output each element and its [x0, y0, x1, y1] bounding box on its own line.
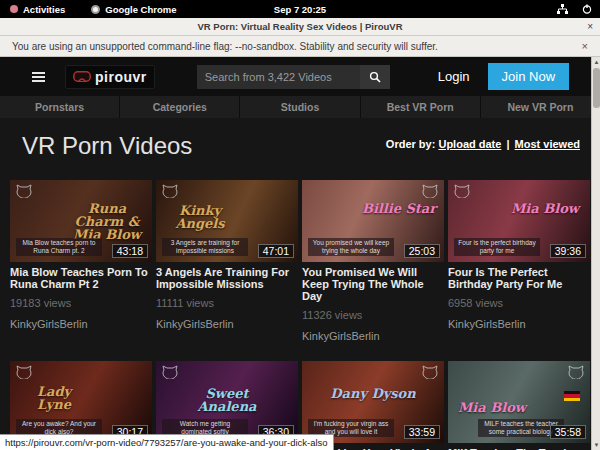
thumbnail-caption: 3 Angels are training for impossible mis… [162, 238, 248, 256]
vr-goggles-icon [73, 71, 91, 82]
video-thumbnail[interactable]: Sweet Analena Watch me getting dominated… [156, 361, 298, 443]
studio-link[interactable]: KinkyGirlsBerlin [156, 318, 298, 330]
video-card[interactable]: Mia Blow Four is the perfect birthday pa… [448, 180, 590, 342]
thumbnail-overlay-text: Runa Charm & Mia Blow [68, 202, 146, 241]
page-scrollbar[interactable]: ▲ ▼ [591, 57, 600, 450]
studio-link[interactable]: KinkyGirlsBerlin [448, 318, 590, 330]
page-header: VR Porn Videos Order by: Upload date | M… [0, 118, 600, 178]
duration-badge: 25:03 [404, 244, 440, 258]
scrollbar-thumb[interactable] [593, 68, 600, 108]
window-close-button[interactable]: × [587, 21, 593, 32]
thumbnail-overlay-text: Sweet Analena [182, 387, 272, 413]
network-icon [557, 4, 568, 14]
order-by-most-viewed-link[interactable]: Most viewed [515, 138, 580, 150]
window-titlebar: VR Porn: Virtual Reality Sex Videos | Pi… [0, 18, 600, 36]
thumbnail-overlay-text: Billie Star [360, 202, 438, 215]
power-icon[interactable] [582, 4, 592, 14]
nav-item-best-vr-porn[interactable]: Best VR Porn [361, 96, 481, 118]
clock[interactable]: Sep 7 20:25 [0, 4, 600, 15]
studio-link[interactable]: KinkyGirlsBerlin [302, 330, 444, 342]
duration-badge: 47:01 [258, 244, 294, 258]
duration-badge: 43:18 [112, 244, 148, 258]
video-title[interactable]: Mia Blow Teaches Porn To Runa Charm Pt 2 [10, 266, 152, 290]
search-button[interactable] [360, 65, 390, 89]
thumbnail-overlay-text: Mia Blow [456, 401, 528, 414]
video-card[interactable]: Billie Star You promised we will keep tr… [302, 180, 444, 342]
nav-item-pornstars[interactable]: Pornstars [0, 96, 120, 118]
video-thumbnail[interactable]: Mia Blow MILF teaches the teacher some p… [448, 361, 590, 443]
system-top-bar: Activities Google Chrome Sep 7 20:25 [0, 0, 600, 18]
thumbnail-overlay-text: Lady Lyne [18, 385, 90, 411]
video-title[interactable]: Four Is The Perfect Birthday Party For M… [448, 266, 590, 290]
duration-badge: 35:58 [550, 425, 586, 439]
main-nav: Pornstars Categories Studios Best VR Por… [0, 96, 600, 118]
thumbnail-overlay-text: Dany Dyson [328, 387, 418, 400]
video-thumbnail[interactable]: Runa Charm & Mia Blow Mia Blow teaches p… [10, 180, 152, 262]
infobar-close-button[interactable]: × [582, 40, 588, 52]
site-viewport: pirouvr Login Join Now Pornstars Categor… [0, 57, 600, 450]
search-bar [197, 65, 390, 89]
nav-item-studios[interactable]: Studios [240, 96, 360, 118]
link-target-status-bar: https://pirouvr.com/vr-porn-video/779325… [0, 434, 334, 450]
thumbnail-overlay-text: Kinky Angels [164, 204, 236, 230]
video-grid: Runa Charm & Mia Blow Mia Blow teaches p… [0, 178, 600, 450]
thumbnail-caption: You promised we will keep trying the who… [308, 238, 394, 256]
chrome-infobar: You are using an unsupported command-lin… [0, 36, 600, 57]
logo-text: pirouvr [95, 69, 147, 85]
duration-badge: 33:59 [404, 425, 440, 439]
menu-hamburger-icon[interactable] [32, 72, 45, 82]
video-card[interactable]: Runa Charm & Mia Blow Mia Blow teaches p… [10, 180, 152, 342]
page-title: VR Porn Videos [22, 132, 192, 160]
studio-cat-mask-icon [16, 184, 32, 198]
order-by-separator: | [506, 138, 509, 150]
studio-cat-mask-icon [422, 184, 438, 198]
studio-cat-mask-icon [16, 365, 32, 379]
search-input[interactable] [197, 65, 360, 89]
video-card[interactable]: Mia Blow MILF teaches the teacher some p… [448, 361, 590, 450]
nav-item-new-vr-porn[interactable]: New VR Porn [481, 96, 600, 118]
thumbnail-caption: Mia Blow teaches porn to Runa Charm pt. … [16, 238, 102, 256]
video-views: 6958 views [448, 297, 590, 309]
german-flag-icon [564, 391, 580, 401]
video-thumbnail[interactable]: Lady Lyne Are you awake? And your dick a… [10, 361, 152, 443]
window-title: VR Porn: Virtual Reality Sex Videos | Pi… [0, 21, 600, 32]
video-thumbnail[interactable]: Billie Star You promised we will keep tr… [302, 180, 444, 262]
video-views: 11326 views [302, 309, 444, 321]
studio-cat-mask-icon [162, 184, 178, 198]
studio-link[interactable]: KinkyGirlsBerlin [10, 318, 152, 330]
scrollbar-down-arrow[interactable]: ▼ [592, 440, 600, 450]
site-header: pirouvr Login Join Now [0, 57, 600, 96]
thumbnail-caption: Four is the perfect birthday party for m… [454, 238, 540, 256]
search-icon [369, 71, 381, 83]
join-now-button[interactable]: Join Now [488, 63, 569, 90]
studio-cat-mask-icon [422, 365, 438, 379]
video-views: 19183 views [10, 297, 152, 309]
order-by-controls: Order by: Upload date | Most viewed [386, 138, 580, 150]
thumbnail-overlay-text: Mia Blow [506, 202, 584, 215]
duration-badge: 39:36 [550, 244, 586, 258]
video-thumbnail[interactable]: Kinky Angels 3 Angels are training for i… [156, 180, 298, 262]
login-button[interactable]: Login [438, 69, 470, 84]
video-thumbnail[interactable]: Mia Blow Four is the perfect birthday pa… [448, 180, 590, 262]
infobar-message: You are using an unsupported command-lin… [12, 41, 438, 52]
nav-item-categories[interactable]: Categories [120, 96, 240, 118]
video-views: 11111 views [156, 297, 298, 309]
studio-cat-mask-icon [454, 184, 470, 198]
video-card[interactable]: Kinky Angels 3 Angels are training for i… [156, 180, 298, 342]
studio-cat-mask-icon [162, 365, 178, 379]
studio-cat-mask-icon [568, 365, 584, 379]
video-title[interactable]: 3 Angels Are Training For Impossible Mis… [156, 266, 298, 290]
scrollbar-up-arrow[interactable]: ▲ [592, 57, 600, 67]
video-thumbnail[interactable]: Dany Dyson I'm fucking your virgin ass a… [302, 361, 444, 443]
order-by-label: Order by: [386, 138, 436, 150]
site-logo[interactable]: pirouvr [65, 65, 155, 89]
video-title[interactable]: You Promised We Will Keep Trying The Who… [302, 266, 444, 302]
order-by-upload-date-link[interactable]: Upload date [438, 138, 501, 150]
